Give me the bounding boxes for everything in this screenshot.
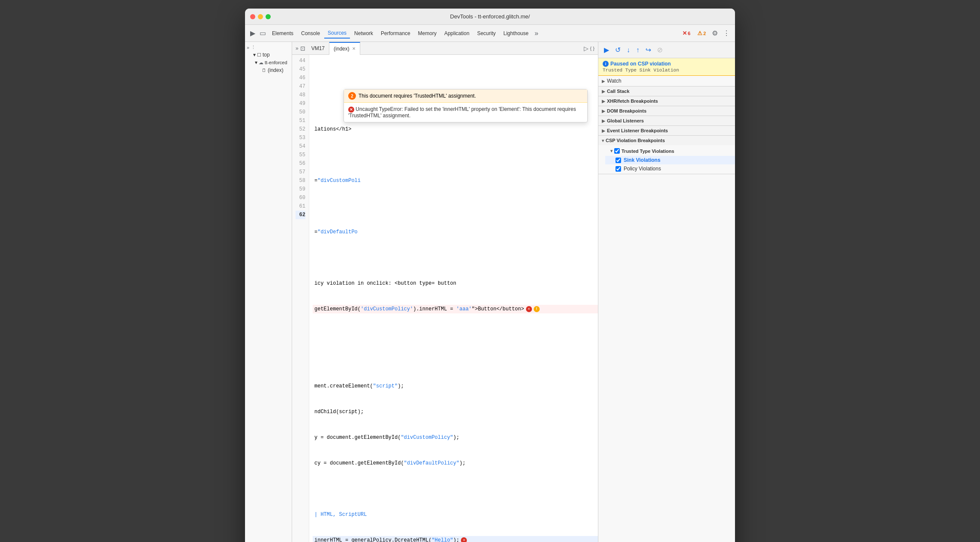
close-button[interactable] xyxy=(250,14,255,19)
csp-header[interactable]: ▾ CSP Violation Breakpoints xyxy=(598,136,735,145)
breakpoints-scroll[interactable]: ▶ Call Stack ▶ XHR/fetch Breakpoints xyxy=(598,86,735,542)
code-line-46: lations</h1> xyxy=(313,125,598,134)
global-chevron: ▶ xyxy=(602,119,605,123)
step-into-btn[interactable]: ↓ xyxy=(624,45,632,55)
call-stack-header[interactable]: ▶ Call Stack xyxy=(598,86,735,96)
tree-item-index[interactable]: 🗒 (index) xyxy=(245,66,292,74)
tab-application[interactable]: Application xyxy=(441,29,473,38)
trusted-type-label: Trusted Type Violations xyxy=(621,149,674,154)
tab-memory[interactable]: Memory xyxy=(415,29,440,38)
tab-sidebar-icon[interactable]: ⊡ xyxy=(300,45,305,52)
watch-label: Watch xyxy=(607,78,621,84)
cloud-icon: ☁ xyxy=(259,60,263,66)
editor-tab-icons: » ⊡ xyxy=(294,45,307,52)
tab-console[interactable]: Console xyxy=(298,29,323,38)
tab-index-close[interactable]: ✕ xyxy=(352,46,356,51)
event-header[interactable]: ▶ Event Listener Breakpoints xyxy=(598,126,735,135)
more-options-icon[interactable]: ⋮ xyxy=(721,27,732,39)
call-stack-label: Call Stack xyxy=(607,89,630,94)
error-icon-62: ✕ xyxy=(461,537,467,542)
tab-sources[interactable]: Sources xyxy=(324,28,350,39)
editor-debugger-row: » ⊡ VM17 (index) ✕ ▷ { } xyxy=(292,42,735,542)
code-line-55 xyxy=(313,356,598,365)
code-line-50: ="divDefaultPo xyxy=(313,228,598,236)
code-line-57: ndChild(script); xyxy=(313,408,598,416)
sink-violations-label: Sink Violations xyxy=(624,157,660,163)
main-content: » ⋮ ▾ ☐ top ▾ ☁ tt-enforced 🗒 (index) xyxy=(245,42,735,542)
window-title: DevTools - tt-enforced.glitch.me/ xyxy=(450,13,530,20)
tooltip-error-icon: ✕ xyxy=(348,107,354,113)
global-section: ▶ Global Listeners xyxy=(598,116,735,126)
global-header[interactable]: ▶ Global Listeners xyxy=(598,116,735,125)
dom-chevron: ▶ xyxy=(602,109,605,113)
paused-title-text: Paused on CSP violation xyxy=(610,61,671,67)
run-snippet-icon[interactable]: ▷ xyxy=(584,45,589,52)
tab-security[interactable]: Security xyxy=(474,29,499,38)
pretty-print-icon[interactable]: { } xyxy=(590,46,595,51)
tooltip-number: 2 xyxy=(348,92,356,100)
tooltip-header: 2 This document requires 'TrustedHTML' a… xyxy=(344,89,587,103)
dom-header[interactable]: ▶ DOM Breakpoints xyxy=(598,106,735,116)
trusted-type-checkbox[interactable] xyxy=(614,148,620,154)
debug-toolbar: ▶ ↺ ↓ ↑ ↪ ⊘ xyxy=(598,42,735,58)
minimize-button[interactable] xyxy=(258,14,263,19)
error-tooltip: 2 This document requires 'TrustedHTML' a… xyxy=(344,89,588,122)
tab-performance[interactable]: Performance xyxy=(377,29,414,38)
xhr-header[interactable]: ▶ XHR/fetch Breakpoints xyxy=(598,96,735,106)
file-icon: 🗒 xyxy=(262,68,266,73)
deactivate-btn[interactable]: ⊘ xyxy=(655,45,665,55)
error-icon-53: ✕ xyxy=(526,306,532,312)
titlebar: DevTools - tt-enforced.glitch.me/ xyxy=(245,9,735,25)
tree-label-index: (index) xyxy=(268,67,284,73)
settings-icon[interactable]: ⚙ xyxy=(710,27,720,39)
editor-panel: » ⊡ VM17 (index) ✕ ▷ { } xyxy=(292,42,598,542)
call-stack-section: ▶ Call Stack xyxy=(598,86,735,96)
code-line-51 xyxy=(313,253,598,262)
trusted-type-chevron: ▾ xyxy=(610,149,612,153)
trusted-type-header[interactable]: ▾ Trusted Type Violations xyxy=(605,146,735,156)
call-stack-chevron: ▶ xyxy=(602,89,605,94)
tree-item-tt-enforced[interactable]: ▾ ☁ tt-enforced xyxy=(245,59,292,66)
line-numbers: 44 45 46 47 48 49 50 51 52 53 54 xyxy=(292,55,309,542)
step-btn[interactable]: ↪ xyxy=(643,45,653,55)
tab-more-icon[interactable]: » xyxy=(296,45,299,51)
tab-lighthouse[interactable]: Lighthouse xyxy=(500,29,532,38)
tooltip-header-text: This document requires 'TrustedHTML' ass… xyxy=(359,93,476,99)
device-icon[interactable]: ▭ xyxy=(258,27,268,39)
more-tabs-icon[interactable]: » xyxy=(533,28,540,39)
tree-expand-top: ▾ xyxy=(253,52,256,58)
file-tree-panel: » ⋮ ▾ ☐ top ▾ ☁ tt-enforced 🗒 (index) xyxy=(245,42,292,542)
tab-vm17[interactable]: VM17 xyxy=(307,42,329,55)
tree-item-top[interactable]: ▾ ☐ top xyxy=(245,51,292,59)
inspect-icon[interactable]: ▶ xyxy=(248,27,257,39)
tab-index[interactable]: (index) ✕ xyxy=(329,42,360,55)
sink-violations-checkbox[interactable] xyxy=(615,158,621,163)
dom-section: ▶ DOM Breakpoints xyxy=(598,106,735,116)
maximize-button[interactable] xyxy=(266,14,271,19)
xhr-chevron: ▶ xyxy=(602,99,605,104)
tab-right-icons: ▷ { } xyxy=(582,45,596,52)
more-icon[interactable]: » xyxy=(247,45,249,50)
tab-elements[interactable]: Elements xyxy=(269,29,297,38)
paused-notice: i Paused on CSP violation Trusted Type S… xyxy=(598,58,735,76)
resume-btn[interactable]: ▶ xyxy=(602,45,611,55)
tooltip-body-text: Uncaught TypeError: Failed to set the 'i… xyxy=(348,106,576,119)
watch-section[interactable]: ▶ Watch xyxy=(598,76,735,86)
code-line-54 xyxy=(313,331,598,339)
sink-violations-item: Sink Violations xyxy=(605,156,735,164)
step-over-btn[interactable]: ↺ xyxy=(613,45,623,55)
tree-label-tt: tt-enforced xyxy=(265,60,287,65)
traffic-lights xyxy=(250,14,271,19)
tab-network[interactable]: Network xyxy=(351,29,376,38)
event-label: Event Listener Breakpoints xyxy=(607,128,668,133)
code-line-61: | HTML, ScriptURL xyxy=(313,510,598,519)
code-line-59: cy = document.getElementById("divDefault… xyxy=(313,459,598,468)
code-line-58: y = document.getElementById("divCustomPo… xyxy=(313,433,598,442)
code-line-48: ="divCustomPoli xyxy=(313,176,598,185)
policy-violations-checkbox[interactable] xyxy=(615,166,621,172)
menu-icon[interactable]: ⋮ xyxy=(251,45,256,50)
editor-tab-bar: » ⊡ VM17 (index) ✕ ▷ { } xyxy=(292,42,598,55)
warn-icon-53: ! xyxy=(534,306,540,312)
code-wrapper[interactable]: 44 45 46 47 48 49 50 51 52 53 54 xyxy=(292,55,598,542)
step-out-btn[interactable]: ↑ xyxy=(634,45,642,55)
